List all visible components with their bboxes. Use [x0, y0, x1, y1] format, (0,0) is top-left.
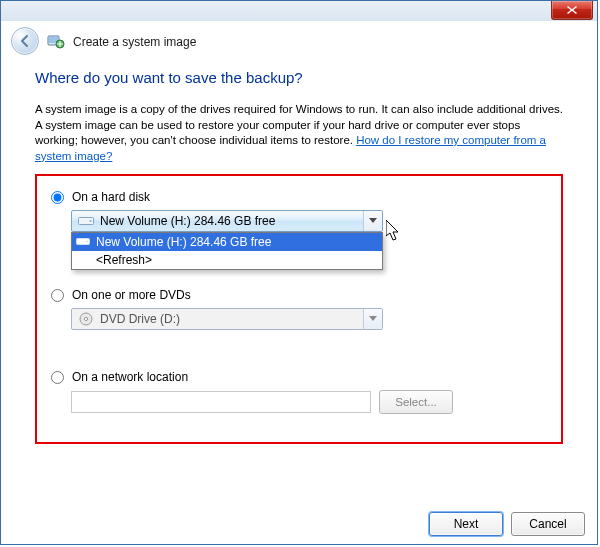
drive-icon [76, 235, 90, 249]
dropdown-item-drive[interactable]: New Volume (H:) 284.46 GB free [72, 233, 382, 251]
network-select-button[interactable]: Select... [379, 390, 453, 414]
wizard-window: Create a system image Where do you want … [0, 0, 598, 545]
back-button[interactable] [11, 27, 39, 55]
label-network: On a network location [72, 370, 188, 384]
network-path-input[interactable] [71, 391, 371, 413]
cancel-button-label: Cancel [529, 517, 566, 531]
option-hard-disk: On a hard disk New Volume (H:) 284.46 GB… [51, 190, 547, 232]
options-highlight-box: On a hard disk New Volume (H:) 284.46 GB… [35, 174, 563, 444]
radio-network[interactable] [51, 371, 64, 384]
dropdown-item-refresh[interactable]: <Refresh> [72, 251, 382, 269]
chevron-down-icon [369, 316, 377, 322]
titlebar [1, 1, 597, 21]
radio-hard-disk[interactable] [51, 191, 64, 204]
radio-dvd[interactable] [51, 289, 64, 302]
description-text: A system image is a copy of the drives r… [35, 102, 563, 164]
svg-point-6 [86, 241, 88, 243]
dropdown-item-refresh-label: <Refresh> [96, 253, 152, 267]
system-image-icon [47, 32, 65, 50]
combo-dvd-value: DVD Drive (D:) [100, 312, 363, 326]
drive-icon [78, 213, 94, 229]
close-button[interactable] [551, 1, 593, 20]
cancel-button[interactable]: Cancel [511, 512, 585, 536]
next-button-label: Next [454, 517, 479, 531]
window-title: Create a system image [73, 34, 196, 49]
combo-dvd[interactable]: DVD Drive (D:) [71, 308, 383, 330]
combo-hard-disk[interactable]: New Volume (H:) 284.46 GB free [71, 210, 383, 232]
footer-buttons: Next Cancel [429, 512, 585, 536]
dropdown-item-drive-label: New Volume (H:) 284.46 GB free [96, 235, 271, 249]
svg-point-4 [90, 220, 92, 222]
back-arrow-icon [18, 34, 32, 48]
page-heading: Where do you want to save the backup? [35, 69, 563, 86]
option-dvd: On one or more DVDs DVD Drive (D:) [51, 288, 547, 330]
next-button[interactable]: Next [429, 512, 503, 536]
header-row: Create a system image [1, 21, 597, 69]
disc-icon [78, 311, 94, 327]
combo-hard-disk-value: New Volume (H:) 284.46 GB free [100, 214, 363, 228]
label-hard-disk: On a hard disk [72, 190, 150, 204]
combo-hard-disk-dropdown-button[interactable] [363, 211, 382, 231]
combo-dvd-dropdown-button[interactable] [363, 309, 382, 329]
svg-point-8 [84, 317, 87, 320]
main-content: Where do you want to save the backup? A … [1, 69, 597, 444]
close-icon [566, 5, 578, 15]
option-network: On a network location Select... [51, 370, 547, 414]
network-select-label: Select... [395, 396, 437, 408]
label-dvd: On one or more DVDs [72, 288, 191, 302]
hard-disk-dropdown-list: New Volume (H:) 284.46 GB free <Refresh> [71, 232, 383, 270]
chevron-down-icon [369, 218, 377, 224]
